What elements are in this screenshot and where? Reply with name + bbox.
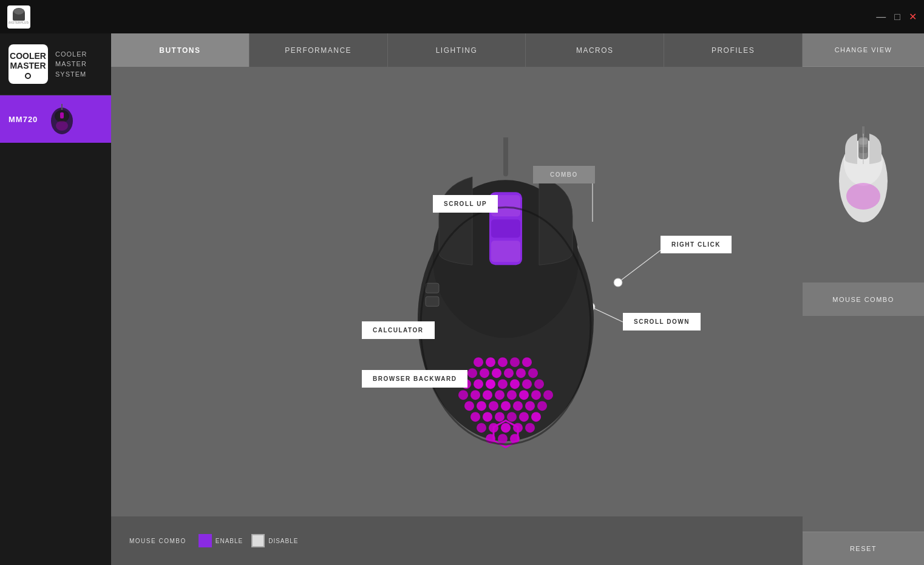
svg-point-48 xyxy=(474,379,483,389)
svg-point-66 xyxy=(513,401,523,411)
disable-checkbox[interactable] xyxy=(251,534,265,547)
svg-point-58 xyxy=(507,390,517,400)
mouse-canvas: COMBO SCROLL UP RIGHT CLICK SCROLL DOWN … xyxy=(111,67,803,516)
bottom-bar: MOUSE COMBO ENABLE DISABLE xyxy=(111,516,803,565)
svg-point-75 xyxy=(477,423,486,433)
tab-lighting[interactable]: LIGHTING xyxy=(388,33,526,67)
title-bar: MASTERPLUS+ — □ ✕ xyxy=(0,0,924,33)
mouse-combo-panel-label[interactable]: MOUSE COMBO xyxy=(803,282,924,316)
svg-point-64 xyxy=(489,401,498,411)
toggle-group: ENABLE DISABLE xyxy=(199,534,299,547)
svg-point-50 xyxy=(498,379,508,389)
svg-point-92 xyxy=(846,183,880,210)
svg-point-49 xyxy=(486,379,495,389)
svg-point-45 xyxy=(516,368,526,378)
enable-checkbox[interactable] xyxy=(199,534,212,547)
svg-point-36 xyxy=(474,357,483,367)
svg-point-57 xyxy=(495,390,504,400)
window-controls[interactable]: — □ ✕ xyxy=(876,12,917,22)
svg-point-43 xyxy=(492,368,501,378)
svg-point-71 xyxy=(495,412,504,422)
svg-point-79 xyxy=(525,423,535,433)
svg-point-74 xyxy=(531,412,541,422)
svg-point-56 xyxy=(483,390,492,400)
tab-profiles[interactable]: PROFILES xyxy=(664,33,803,67)
svg-point-61 xyxy=(543,390,553,400)
enable-label: ENABLE xyxy=(216,538,243,544)
tab-performance[interactable]: PERFORMANCE xyxy=(250,33,388,67)
svg-text:COOLER: COOLER xyxy=(10,51,46,61)
svg-point-46 xyxy=(528,368,538,378)
svg-point-77 xyxy=(501,423,511,433)
svg-point-60 xyxy=(531,390,541,400)
app-logo: MASTERPLUS+ xyxy=(7,5,30,29)
right-panel: CHANGE VIEW xyxy=(803,33,924,565)
enable-toggle[interactable]: ENABLE xyxy=(199,534,243,547)
svg-point-72 xyxy=(507,412,517,422)
svg-point-63 xyxy=(477,401,486,411)
svg-point-38 xyxy=(498,357,508,367)
maximize-button[interactable]: □ xyxy=(894,12,900,22)
calculator-button-label[interactable]: CALCULATOR xyxy=(362,321,435,339)
svg-point-62 xyxy=(464,401,474,411)
svg-point-68 xyxy=(537,401,547,411)
brand-name: COOLER MASTER SYSTEM xyxy=(55,49,87,80)
brand-section: COOLER MASTER COOLER MASTER SYSTEM xyxy=(0,33,111,95)
app-logo-icon: MASTERPLUS+ xyxy=(7,5,30,29)
main-layout: COOLER MASTER COOLER MASTER SYSTEM MM720 xyxy=(0,33,924,565)
sidebar: COOLER MASTER COOLER MASTER SYSTEM MM720 xyxy=(0,33,111,565)
right-click-button-label[interactable]: RIGHT CLICK xyxy=(661,236,732,253)
minimize-button[interactable]: — xyxy=(876,12,886,22)
close-button[interactable]: ✕ xyxy=(909,12,917,22)
svg-rect-35 xyxy=(426,296,439,306)
reset-button[interactable]: RESET xyxy=(803,532,924,565)
svg-point-70 xyxy=(483,412,492,422)
svg-point-42 xyxy=(480,368,489,378)
tab-buttons[interactable]: BUTTONS xyxy=(111,33,250,67)
combo-button-label[interactable]: COMBO xyxy=(533,166,595,183)
svg-point-73 xyxy=(519,412,529,422)
scroll-up-button-label[interactable]: SCROLL UP xyxy=(433,195,498,213)
tab-bar: BUTTONS PERFORMANCE LIGHTING MACROS PROF… xyxy=(111,33,803,67)
brand-logo-icon: COOLER MASTER xyxy=(8,44,48,84)
svg-rect-32 xyxy=(491,219,520,238)
svg-text:MASTER: MASTER xyxy=(10,61,46,70)
svg-point-67 xyxy=(525,401,535,411)
svg-text:MASTERPLUS+: MASTERPLUS+ xyxy=(8,21,29,24)
svg-point-41 xyxy=(467,368,477,378)
svg-point-40 xyxy=(522,357,532,367)
device-image xyxy=(44,104,80,134)
device-section[interactable]: MM720 xyxy=(0,95,111,143)
svg-point-54 xyxy=(458,390,468,400)
scroll-down-button-label[interactable]: SCROLL DOWN xyxy=(623,313,701,330)
mouse-combo-bottom-label: MOUSE COMBO xyxy=(129,538,186,544)
svg-point-65 xyxy=(501,401,511,411)
svg-rect-33 xyxy=(491,241,520,262)
mouse-preview-image xyxy=(833,126,894,224)
svg-point-37 xyxy=(486,357,495,367)
svg-point-59 xyxy=(519,390,529,400)
svg-point-69 xyxy=(470,412,480,422)
svg-point-15 xyxy=(56,121,68,131)
mouse-image xyxy=(384,137,627,480)
content-area: BUTTONS PERFORMANCE LIGHTING MACROS PROF… xyxy=(111,33,803,565)
svg-rect-14 xyxy=(60,112,64,118)
svg-point-44 xyxy=(504,368,514,378)
svg-point-8 xyxy=(26,74,30,78)
svg-point-39 xyxy=(510,357,520,367)
browser-backward-button-label[interactable]: BROWSER BACKWARD xyxy=(362,370,467,388)
svg-point-55 xyxy=(470,390,480,400)
svg-point-2 xyxy=(14,9,24,15)
disable-label: DISABLE xyxy=(268,538,298,544)
svg-point-51 xyxy=(510,379,520,389)
disable-toggle[interactable]: DISABLE xyxy=(251,534,298,547)
svg-point-81 xyxy=(498,434,508,443)
svg-rect-34 xyxy=(426,283,439,293)
svg-point-52 xyxy=(522,379,532,389)
change-view-button[interactable]: CHANGE VIEW xyxy=(803,33,924,67)
svg-point-53 xyxy=(534,379,544,389)
device-name: MM720 xyxy=(8,115,38,124)
mouse-preview-area xyxy=(803,67,924,282)
tab-macros[interactable]: MACROS xyxy=(526,33,664,67)
